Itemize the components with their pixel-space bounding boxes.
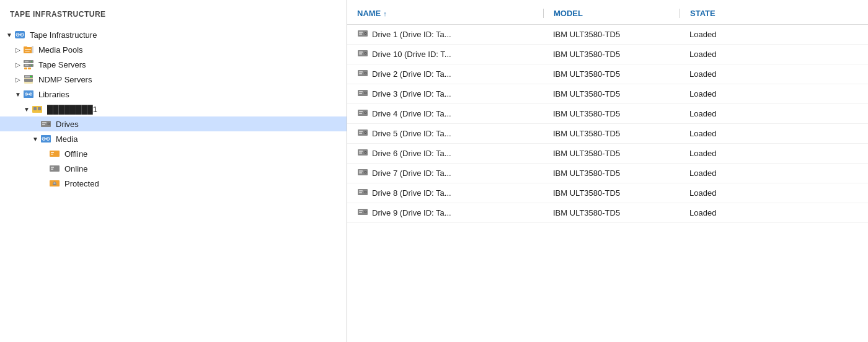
- column-name[interactable]: NAME ↑: [357, 9, 543, 18]
- svg-point-51: [365, 33, 366, 34]
- tree-label: ████████1: [47, 105, 97, 114]
- column-name-label: NAME: [357, 9, 381, 18]
- cell-name: Drive 7 (Drive ID: Ta...: [357, 167, 543, 180]
- svg-point-21: [30, 76, 32, 77]
- drive-icon: [357, 186, 368, 200]
- cell-model: IBM ULT3580-TD5: [543, 169, 680, 178]
- svg-point-76: [365, 132, 366, 133]
- svg-point-11: [31, 61, 32, 63]
- drive-name: Drive 10 (Drive ID: T...: [372, 50, 451, 59]
- svg-rect-41: [51, 154, 53, 155]
- cell-name: Drive 9 (Drive ID: Ta...: [357, 206, 543, 219]
- svg-rect-31: [42, 122, 46, 123]
- expander-icon: ▼: [31, 134, 40, 143]
- svg-rect-48: [359, 32, 363, 33]
- svg-rect-20: [25, 76, 30, 77]
- svg-rect-16: [28, 68, 31, 69]
- libraries-icon: [22, 89, 35, 100]
- tree-item-offline[interactable]: Offline: [0, 146, 347, 161]
- tree-item-libraries[interactable]: ▼ Libraries: [0, 87, 347, 102]
- svg-rect-94: [359, 212, 362, 213]
- cell-model: IBM ULT3580-TD5: [543, 208, 680, 217]
- tree-item-protected[interactable]: Protected: [0, 176, 347, 191]
- cell-state: Loaded: [680, 30, 858, 39]
- library-item-icon: [31, 103, 43, 115]
- cell-name: Drive 1 (Drive ID: Ta...: [357, 28, 543, 41]
- tree-item-online[interactable]: Online: [0, 161, 347, 176]
- table-row[interactable]: Drive 1 (Drive ID: Ta...IBM ULT3580-TD5L…: [347, 25, 868, 45]
- tree-item-media-pools[interactable]: ▷ Media Pools: [0, 42, 347, 57]
- svg-point-96: [365, 211, 366, 213]
- tree-item-ndmp-servers[interactable]: ▷ NDMP Servers: [0, 72, 347, 87]
- svg-rect-63: [359, 91, 363, 92]
- table-row[interactable]: Drive 6 (Drive ID: Ta...IBM ULT3580-TD5L…: [347, 144, 868, 164]
- drive-icon: [357, 28, 368, 41]
- table-row[interactable]: Drive 2 (Drive ID: Ta...IBM ULT3580-TD5L…: [347, 64, 868, 84]
- cell-name: Drive 4 (Drive ID: Ta...: [357, 107, 543, 120]
- svg-point-81: [365, 152, 366, 153]
- svg-point-66: [365, 92, 366, 94]
- table-row[interactable]: Drive 8 (Drive ID: Ta...IBM ULT3580-TD5L…: [347, 183, 868, 203]
- svg-rect-69: [359, 113, 362, 114]
- table-row[interactable]: Drive 3 (Drive ID: Ta...IBM ULT3580-TD5L…: [347, 84, 868, 104]
- cell-state: Loaded: [680, 208, 858, 217]
- tree-item-media[interactable]: ▼ Media: [0, 131, 347, 146]
- table-row[interactable]: Drive 10 (Drive ID: T...IBM ULT3580-TD5L…: [347, 45, 868, 64]
- svg-rect-13: [25, 61, 29, 63]
- cell-state: Loaded: [680, 169, 858, 178]
- svg-rect-39: [50, 151, 60, 157]
- tree-item-tape-infrastructure[interactable]: ▼ Tape Infrastructure: [0, 27, 347, 42]
- tree-label: Protected: [64, 179, 99, 188]
- svg-rect-14: [25, 65, 29, 66]
- drive-icon: [357, 68, 368, 81]
- drive-icon: [357, 206, 368, 219]
- svg-rect-58: [359, 71, 363, 72]
- svg-rect-93: [359, 210, 363, 211]
- cell-model: IBM ULT3580-TD5: [543, 69, 680, 79]
- expander-icon: ▷: [14, 75, 22, 84]
- cell-name: Drive 3 (Drive ID: Ta...: [357, 87, 543, 100]
- drive-icon: [357, 48, 368, 61]
- expander-icon: ▼: [14, 90, 22, 99]
- cell-model: IBM ULT3580-TD5: [543, 109, 680, 118]
- expander-icon: ▼: [5, 30, 14, 39]
- expander-icon: ▷: [14, 45, 22, 54]
- tree-label: Media: [56, 134, 78, 144]
- drive-name: Drive 7 (Drive ID: Ta...: [372, 169, 451, 178]
- tape-infrastructure-icon: [14, 29, 26, 40]
- svg-rect-8: [32, 46, 33, 53]
- svg-rect-68: [359, 111, 363, 112]
- svg-rect-53: [359, 51, 363, 53]
- drive-name: Drive 6 (Drive ID: Ta...: [372, 149, 451, 158]
- table-row[interactable]: Drive 5 (Drive ID: Ta...IBM ULT3580-TD5L…: [347, 124, 868, 144]
- ndmp-servers-icon: [22, 74, 35, 85]
- drive-name: Drive 3 (Drive ID: Ta...: [372, 89, 451, 99]
- svg-rect-78: [359, 151, 363, 152]
- svg-rect-44: [51, 169, 53, 170]
- column-model-label: MODEL: [554, 9, 583, 18]
- svg-rect-83: [359, 170, 363, 172]
- cell-name: Drive 2 (Drive ID: Ta...: [357, 68, 543, 81]
- tree-item-tape-servers[interactable]: ▷ Tape Servers: [0, 57, 347, 72]
- cell-state: Loaded: [680, 149, 858, 158]
- table-row[interactable]: Drive 7 (Drive ID: Ta...IBM ULT3580-TD5L…: [347, 164, 868, 183]
- column-state[interactable]: STATE: [680, 9, 858, 18]
- drive-name: Drive 8 (Drive ID: Ta...: [372, 188, 451, 198]
- svg-rect-89: [359, 192, 362, 193]
- drive-icon: [357, 107, 368, 120]
- tree-item-library-1[interactable]: ▼ ████████1: [0, 102, 347, 116]
- tree-label: Online: [64, 164, 88, 173]
- svg-point-61: [365, 72, 366, 74]
- table-row[interactable]: Drive 4 (Drive ID: Ta...IBM ULT3580-TD5L…: [347, 104, 868, 124]
- tree-label: Drives: [56, 120, 79, 129]
- tree-label: Libraries: [38, 90, 69, 99]
- cell-state: Loaded: [680, 89, 858, 99]
- protected-icon: [48, 178, 61, 189]
- svg-rect-42: [50, 165, 60, 172]
- tree-item-drives[interactable]: Drives: [0, 116, 347, 131]
- drive-icon: [357, 147, 368, 160]
- media-icon: [40, 133, 52, 144]
- tree-label: Tape Servers: [38, 60, 86, 69]
- table-row[interactable]: Drive 9 (Drive ID: Ta...IBM ULT3580-TD5L…: [347, 203, 868, 223]
- column-model[interactable]: MODEL: [543, 9, 680, 18]
